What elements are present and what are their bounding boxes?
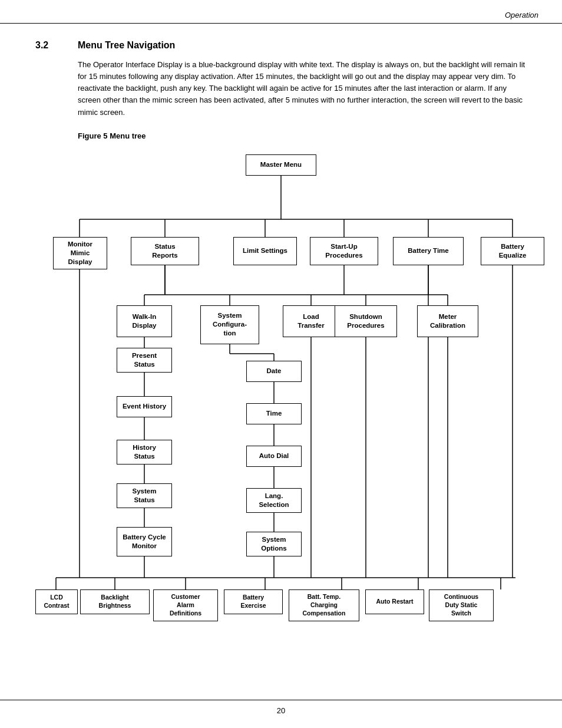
node-lcd-contrast: LCD Contrast bbox=[35, 589, 78, 614]
figure-label: Figure 5 Menu tree bbox=[78, 131, 527, 140]
node-event-history: Event History bbox=[117, 396, 172, 417]
node-auto-dial: Auto Dial bbox=[246, 446, 302, 467]
node-load-transfer: Load Transfer bbox=[283, 305, 339, 337]
node-customer-alarm-definitions: Customer Alarm Definitions bbox=[153, 589, 218, 621]
tree-diagram: Master Menu Monitor Mimic Display Status… bbox=[35, 149, 527, 632]
node-batt-temp-charging: Batt. Temp. Charging Compensation bbox=[289, 589, 359, 621]
page-content: 3.2 Menu Tree Navigation The Operator In… bbox=[0, 24, 562, 667]
node-battery-time: Battery Time bbox=[393, 237, 464, 265]
node-time: Time bbox=[246, 403, 302, 424]
section-number: 3.2 bbox=[35, 40, 59, 51]
page-header: Operation bbox=[0, 0, 562, 24]
node-limit-settings: Limit Settings bbox=[233, 237, 297, 265]
node-system-status: System Status bbox=[117, 483, 172, 508]
node-walk-in-display: Walk-In Display bbox=[117, 305, 172, 337]
node-auto-restart: Auto Restart bbox=[365, 589, 424, 614]
page-number: 20 bbox=[277, 706, 285, 715]
page-footer: 20 bbox=[0, 700, 562, 715]
node-battery-equalize: Battery Equalize bbox=[481, 237, 544, 265]
node-battery-cycle-monitor: Battery Cycle Monitor bbox=[117, 527, 172, 556]
node-system-config: System Configura- tion bbox=[200, 305, 259, 344]
node-system-options: System Options bbox=[246, 532, 302, 556]
node-meter-calibration: Meter Calibration bbox=[417, 305, 478, 337]
section-heading: 3.2 Menu Tree Navigation bbox=[35, 40, 527, 51]
node-monitor-mimic: Monitor Mimic Display bbox=[53, 237, 107, 269]
header-label: Operation bbox=[505, 11, 538, 19]
node-date: Date bbox=[246, 361, 302, 382]
node-present-status: Present Status bbox=[117, 348, 172, 373]
node-startup-procedures: Start-Up Procedures bbox=[310, 237, 378, 265]
body-text: The Operator Interface Display is a blue… bbox=[78, 59, 527, 118]
node-lang-selection: Lang. Selection bbox=[246, 488, 302, 513]
node-master-menu: Master Menu bbox=[246, 154, 316, 176]
node-history-status: History Status bbox=[117, 440, 172, 465]
node-continuous-duty-static-switch: Continuous Duty Static Switch bbox=[429, 589, 494, 621]
node-battery-exercise: Battery Exercise bbox=[224, 589, 283, 614]
node-backlight-brightness: Backlight Brightness bbox=[80, 589, 150, 614]
section-title: Menu Tree Navigation bbox=[78, 40, 175, 51]
tree-svg bbox=[35, 149, 527, 632]
node-shutdown-procedures: Shutdown Procedures bbox=[335, 305, 397, 337]
node-status-reports: Status Reports bbox=[131, 237, 199, 265]
